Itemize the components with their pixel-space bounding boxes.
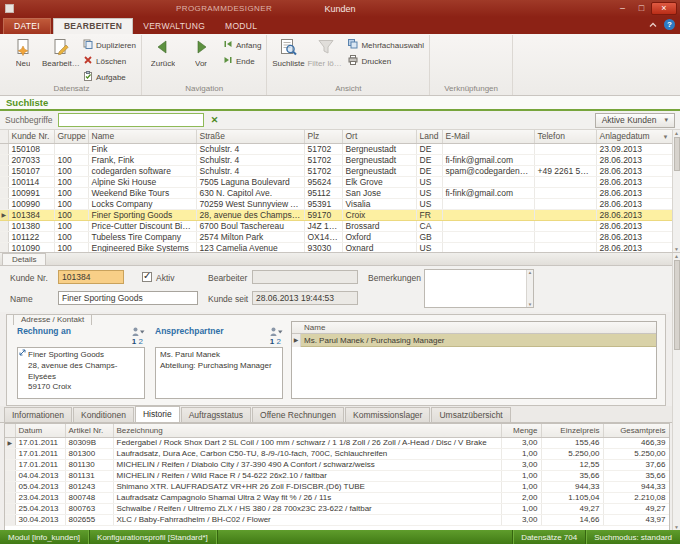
row-selector[interactable] <box>0 176 8 187</box>
billing-address-box[interactable]: Finer Sporting Goods 28, avenue des Cham… <box>17 347 145 399</box>
tab-verwaltung[interactable]: VERWALTUNG <box>133 19 215 34</box>
remarks-field[interactable]: ▲ ▼ <box>424 269 534 308</box>
table-row[interactable]: 101380100Price-Cutter Discount Bikes6700… <box>0 220 672 231</box>
table-row[interactable]: 207033100Frank, FinkSchulstr. 451702Berg… <box>0 154 672 165</box>
tab-informationen[interactable]: Informationen <box>4 407 72 422</box>
table-row[interactable]: 100114100Alpine Ski House7505 Laguna Bou… <box>0 176 672 187</box>
tab-umsatzuebersicht[interactable]: Umsatzübersicht <box>431 407 510 422</box>
table-row[interactable]: 101122100Tubeless Tire Company2574 Milto… <box>0 231 672 242</box>
row-selector[interactable] <box>0 198 8 209</box>
row-selector[interactable] <box>0 187 8 198</box>
expand-address-icon[interactable] <box>19 349 26 360</box>
row-selector[interactable] <box>5 481 15 492</box>
minimize-icon[interactable]: – <box>613 2 632 15</box>
scroll-down-icon[interactable]: ▼ <box>674 524 679 530</box>
column-header[interactable]: Name <box>88 130 196 143</box>
contacts-column-header[interactable]: Name <box>292 322 656 334</box>
column-header[interactable]: Kunde Nr. <box>8 130 54 143</box>
column-header[interactable]: Bezeichnung <box>113 424 501 437</box>
row-selector[interactable] <box>5 470 15 481</box>
table-row[interactable]: 150108FinkSchulstr. 451702BergneustadtDE… <box>0 143 672 154</box>
contact-row[interactable]: ▶ Ms. Parul Manek / Purchasing Manager <box>292 334 656 347</box>
scroll-down-icon[interactable]: ▼ <box>674 246 679 252</box>
column-header[interactable]: Gruppe <box>54 130 88 143</box>
task-button[interactable]: Aufgabe <box>80 70 139 84</box>
delete-button[interactable]: Löschen <box>80 54 139 68</box>
titlebar[interactable]: PROGRAMMDESIGNER Kunden – □ × <box>0 0 680 17</box>
table-row[interactable]: 04.04.2013801131MICHELIN / Reifen / Wild… <box>5 470 669 481</box>
table-row[interactable]: 17.01.2011801130MICHELIN / Reifen / Diab… <box>5 459 669 470</box>
back-button[interactable]: Zurück <box>144 35 182 84</box>
column-header[interactable]: Plz <box>304 130 342 143</box>
row-selector[interactable] <box>0 154 8 165</box>
scrollbar-thumb[interactable] <box>674 137 680 171</box>
history-table[interactable]: DatumArtikel Nr.BezeichnungMengeEinzelpr… <box>5 424 670 526</box>
remarks-scrollbar[interactable]: ▲ ▼ <box>526 270 533 307</box>
column-header[interactable]: Telefon <box>534 130 596 143</box>
pager-page-1[interactable]: 1 <box>132 337 136 346</box>
first-record-button[interactable]: Anfang <box>220 38 264 52</box>
close-icon[interactable]: × <box>651 2 677 15</box>
table-row[interactable]: ▶17.01.201180309BFedergabel / Rock Shox … <box>5 437 669 448</box>
print-button[interactable]: Drucken <box>345 54 427 68</box>
row-selector[interactable] <box>5 514 15 525</box>
column-header[interactable]: E-Mail <box>442 130 534 143</box>
table-row[interactable]: 101090100Engineered Bike Systems123 Came… <box>0 242 672 253</box>
column-header[interactable]: Ort <box>342 130 416 143</box>
column-header[interactable]: Artikel Nr. <box>65 424 113 437</box>
duplicate-button[interactable]: Duplizieren <box>80 38 139 52</box>
table-row[interactable]: 100991100Weekend Bike Tours630 N. Capito… <box>0 187 672 198</box>
table-row[interactable]: 23.04.2013800748Laufradsatz Campagnolo S… <box>5 492 669 503</box>
scrollbar-thumb[interactable] <box>674 260 680 350</box>
scroll-up-icon[interactable]: ▲ <box>674 130 679 136</box>
column-header[interactable]: Straße <box>196 130 304 143</box>
row-selector[interactable] <box>0 242 8 253</box>
table-row[interactable]: 100990100Locks Company70259 West Sunnyvi… <box>0 198 672 209</box>
column-header[interactable]: Land <box>416 130 442 143</box>
pager-page-2[interactable]: 2 <box>277 337 281 346</box>
forward-button[interactable]: Vor <box>182 35 220 84</box>
row-selector[interactable]: ▶ <box>5 437 15 448</box>
row-selector[interactable] <box>5 448 15 459</box>
scroll-up-icon[interactable]: ▲ <box>674 253 679 259</box>
tab-konditionen[interactable]: Konditionen <box>73 407 134 422</box>
row-selector[interactable]: ▶ <box>0 209 8 220</box>
row-selector[interactable] <box>5 459 15 470</box>
tab-kommissionslager[interactable]: Kommissionslager <box>345 407 430 422</box>
name-field[interactable]: Finer Sporting Goods <box>58 291 198 305</box>
contact-person-icon[interactable] <box>132 327 145 336</box>
tab-auftragsstatus[interactable]: Auftragsstatus <box>181 407 251 422</box>
search-list-button[interactable]: Suchliste <box>269 35 307 84</box>
table-row[interactable]: 25.04.2013800763Schwalbe / Reifen / Ultr… <box>5 503 669 514</box>
customers-table[interactable]: Kunde Nr.GruppeNameStraßePlzOrtLandE-Mai… <box>0 130 673 253</box>
customer-number-field[interactable]: 101384 <box>58 270 124 284</box>
row-selector[interactable] <box>5 492 15 503</box>
contact-person-icon[interactable] <box>270 327 283 336</box>
pager-page-2[interactable]: 2 <box>139 337 143 346</box>
edit-button[interactable]: Bearbeiten <box>42 35 80 84</box>
clear-search-icon[interactable]: ✕ <box>209 115 221 125</box>
new-button[interactable]: Neu <box>4 35 42 84</box>
customers-scrollbar[interactable]: ▲ ▼ <box>672 130 680 252</box>
sort-desc-icon[interactable]: ▼ <box>663 134 669 140</box>
details-tab[interactable]: Details <box>2 253 46 265</box>
table-row[interactable]: 150107100codegarden softwareSchulstr. 45… <box>0 165 672 176</box>
tab-offene-rechnungen[interactable]: Offene Rechnungen <box>252 407 344 422</box>
multi-select-button[interactable]: Mehrfachauswahl <box>345 38 427 52</box>
contact-person-box[interactable]: Ms. Parul Manek Abteilung: Purchasing Ma… <box>155 347 283 399</box>
billing-pager[interactable]: 1 2 <box>17 337 145 347</box>
scroll-down-icon[interactable]: ▼ <box>528 302 532 307</box>
row-selector[interactable] <box>5 503 15 514</box>
tab-modul[interactable]: MODUL <box>215 19 267 34</box>
column-header[interactable]: Gesamtpreis <box>603 424 669 437</box>
app-icon[interactable] <box>5 4 14 13</box>
table-row[interactable]: 17.01.2011801300Laufradsatz, Dura Ace, C… <box>5 448 669 459</box>
column-header[interactable]: Anlagedatum▼ <box>596 130 672 143</box>
pager-page-1[interactable]: 1 <box>270 337 274 346</box>
ribbon-collapse-icon[interactable] <box>648 21 658 28</box>
active-customers-dropdown[interactable]: Aktive Kunden ▾ <box>595 113 675 128</box>
table-row[interactable]: 30.04.2013802655XLC / Baby-Fahrradhelm /… <box>5 514 669 525</box>
help-icon[interactable]: ? <box>664 19 675 30</box>
table-row[interactable]: ▶101384100Finer Sporting Goods28, avenue… <box>0 209 672 220</box>
row-selector[interactable] <box>0 165 8 176</box>
